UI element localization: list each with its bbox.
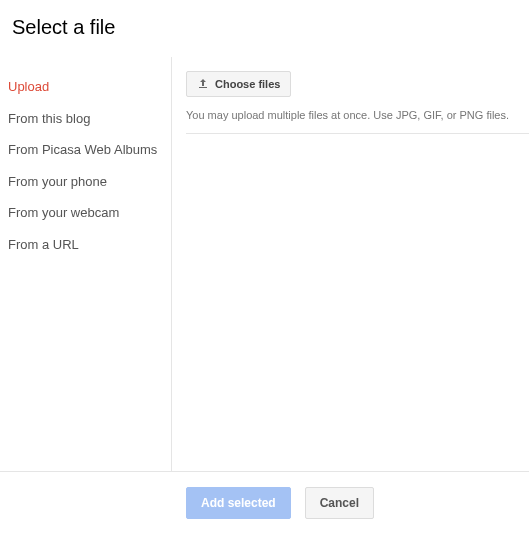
sidebar-item-from-picasa[interactable]: From Picasa Web Albums [8, 134, 161, 166]
sidebar-item-upload[interactable]: Upload [8, 71, 161, 103]
sidebar-item-from-webcam[interactable]: From your webcam [8, 197, 161, 229]
dialog-title: Select a file [12, 16, 517, 39]
add-selected-button[interactable]: Add selected [186, 487, 291, 519]
choose-files-button[interactable]: Choose files [186, 71, 291, 97]
source-sidebar: Upload From this blog From Picasa Web Al… [0, 57, 172, 472]
dialog-header: Select a file [0, 0, 529, 57]
choose-files-label: Choose files [215, 78, 280, 90]
sidebar-item-from-url[interactable]: From a URL [8, 229, 161, 261]
divider [186, 133, 529, 134]
upload-panel: Choose files You may upload multiple fil… [172, 57, 529, 472]
dialog-footer: Add selected Cancel [0, 471, 529, 533]
sidebar-item-from-phone[interactable]: From your phone [8, 166, 161, 198]
sidebar-item-from-this-blog[interactable]: From this blog [8, 103, 161, 135]
upload-hint: You may upload multiple files at once. U… [186, 109, 529, 121]
cancel-button[interactable]: Cancel [305, 487, 374, 519]
upload-icon [197, 78, 209, 90]
